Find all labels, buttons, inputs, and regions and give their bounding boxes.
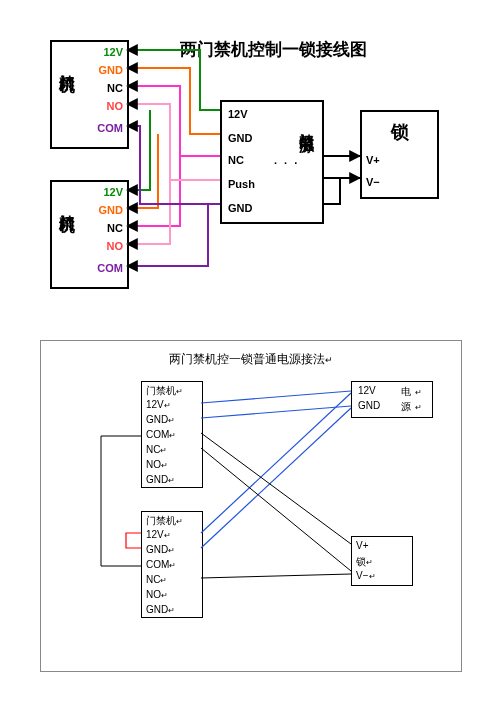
psu-label: 门禁电源 [297, 120, 316, 128]
lock-pin-vm: V− [366, 176, 380, 188]
d1-pin-12v: 12V [103, 46, 123, 58]
d2psu-label-2: 源↵ [401, 400, 426, 414]
access-device-2: 门禁机 12V GND NC NO COM [50, 180, 129, 289]
d2b-no: NO↵ [146, 589, 168, 600]
d2-device-1: 门禁机↵ 12V↵ GND↵ COM↵ NC↵ NO↵ GND↵ [141, 381, 203, 488]
device2-label: 门禁机 [56, 200, 77, 206]
diagram-2: 两门禁机控一锁普通电源接法↵ 门禁机↵ 12V↵ GND↵ COM↵ NC↵ N… [40, 340, 462, 672]
psu-pin-nc: NC [228, 154, 244, 166]
d2-device-2: 门禁机↵ 12V↵ GND↵ COM↵ NC↵ NO↵ GND↵ [141, 511, 203, 618]
access-device-1: 门禁机 12V GND NC NO COM [50, 40, 129, 149]
d2psu-gnd: GND [358, 400, 380, 411]
d2lock-name: 锁↵ [356, 555, 373, 569]
d2-pin-gnd: GND [99, 204, 123, 216]
device1-label: 门禁机 [56, 60, 77, 66]
access-psu: 门禁电源 12V GND NC . . . Push GND [220, 100, 324, 224]
d2a-12v: 12V↵ [146, 399, 171, 410]
d2a-gnd: GND↵ [146, 414, 175, 425]
d2b-com: COM↵ [146, 559, 176, 570]
d2psu-12v: 12V [358, 385, 376, 396]
diagram2-title: 两门禁机控一锁普通电源接法↵ [41, 351, 461, 368]
d2b-12v: 12V↵ [146, 529, 171, 540]
psu-pin-12v: 12V [228, 108, 248, 120]
diagram1-title: 两门禁机控制一锁接线图 [180, 38, 367, 61]
d2-lock: V+ 锁↵ V−↵ [351, 536, 413, 586]
diagram-1: 两门禁机控制一锁接线图 门禁机 12V GND NC NO COM 门禁机 12… [40, 30, 450, 330]
d1-pin-nc: NC [107, 82, 123, 94]
psu-pin-push: Push [228, 178, 255, 190]
lock-label: 锁 [362, 120, 437, 144]
d2-pin-com: COM [97, 262, 123, 274]
d2b-gnd2: GND↵ [146, 604, 175, 615]
psu-pin-gnd2: GND [228, 202, 252, 214]
d2-pin-nc: NC [107, 222, 123, 234]
d1-pin-com: COM [97, 122, 123, 134]
d2a-no: NO↵ [146, 459, 168, 470]
d1-pin-no: NO [107, 100, 124, 112]
d2-psu: 12V GND 电↵ 源↵ [351, 381, 433, 418]
d2b-gnd: GND↵ [146, 544, 175, 555]
lock-box: 锁 V+ V− [360, 110, 439, 199]
d2b-nc: NC↵ [146, 574, 167, 585]
psu-pin-gnd: GND [228, 132, 252, 144]
d2a-nc: NC↵ [146, 444, 167, 455]
psu-dots: . . . [274, 154, 299, 166]
d2psu-label-1: 电↵ [401, 385, 426, 399]
lock-pin-vp: V+ [366, 154, 380, 166]
d2a-com: COM↵ [146, 429, 176, 440]
d2a-gnd2: GND↵ [146, 474, 175, 485]
d2lock-vm: V−↵ [356, 570, 376, 581]
d2-pin-no: NO [107, 240, 124, 252]
d1-pin-gnd: GND [99, 64, 123, 76]
d2lock-vp: V+ [356, 540, 369, 551]
d2-pin-12v: 12V [103, 186, 123, 198]
